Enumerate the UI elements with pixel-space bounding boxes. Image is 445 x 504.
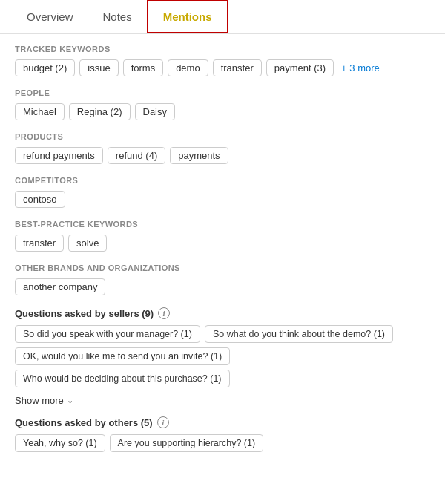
questions-sellers-label: Questions asked by sellers (9): [15, 308, 154, 319]
other-brands-section: OTHER BRANDS AND ORGANIZATIONS another c…: [15, 264, 430, 295]
tab-overview[interactable]: Overview: [12, 0, 88, 33]
tag-budget[interactable]: budget (2): [15, 59, 75, 76]
question-tag-deciding[interactable]: Who would be deciding about this purchas…: [15, 370, 230, 387]
tab-mentions[interactable]: Mentions: [147, 0, 228, 33]
tag-transfer[interactable]: transfer: [213, 59, 262, 76]
show-more-label: Show more: [15, 395, 64, 406]
competitors-section: COMPETITORS contoso: [15, 176, 430, 208]
questions-others-tags: Yeah, why so? (1) Are you supporting hie…: [15, 434, 430, 452]
question-tag-demo[interactable]: So what do you think about the demo? (1): [205, 325, 393, 343]
tag-demo[interactable]: demo: [168, 59, 208, 76]
tag-daisy[interactable]: Daisy: [135, 103, 176, 120]
people-tags: Michael Regina (2) Daisy: [15, 103, 430, 120]
tag-contoso[interactable]: contoso: [15, 191, 65, 208]
tag-more-link[interactable]: + 3 more: [338, 59, 383, 76]
tag-solve[interactable]: solve: [68, 235, 107, 252]
tag-payments[interactable]: payments: [170, 147, 228, 164]
people-title: PEOPLE: [15, 88, 430, 97]
tag-payment[interactable]: payment (3): [266, 59, 334, 76]
best-practice-title: BEST-PRACTICE KEYWORDS: [15, 220, 430, 229]
competitors-tags: contoso: [15, 191, 430, 208]
tag-refund-payments[interactable]: refund payments: [15, 147, 103, 164]
tag-issue[interactable]: issue: [79, 59, 118, 76]
questions-sellers-title: Questions asked by sellers (9) i: [15, 307, 430, 319]
mentions-content: TRACKED KEYWORDS budget (2) issue forms …: [0, 34, 445, 477]
questions-others-info-icon[interactable]: i: [157, 416, 169, 428]
tracked-keywords-tags: budget (2) issue forms demo transfer pay…: [15, 59, 430, 76]
tab-notes[interactable]: Notes: [88, 0, 147, 33]
products-section: PRODUCTS refund payments refund (4) paym…: [15, 132, 430, 164]
tag-another-company[interactable]: another company: [15, 278, 105, 295]
other-brands-title: OTHER BRANDS AND ORGANIZATIONS: [15, 264, 430, 272]
questions-others-title: Questions asked by others (5) i: [15, 416, 430, 428]
best-practice-section: BEST-PRACTICE KEYWORDS transfer solve: [15, 220, 430, 252]
competitors-title: COMPETITORS: [15, 176, 430, 185]
questions-sellers-info-icon[interactable]: i: [158, 307, 170, 319]
show-more-button[interactable]: Show more ⌄: [15, 395, 73, 406]
tag-regina[interactable]: Regina (2): [69, 103, 131, 120]
chevron-down-icon: ⌄: [67, 396, 73, 405]
questions-others-label: Questions asked by others (5): [15, 417, 153, 428]
products-tags: refund payments refund (4) payments: [15, 147, 430, 164]
questions-sellers-tags: So did you speak with your manager? (1) …: [15, 325, 430, 387]
question-tag-invite[interactable]: OK, would you like me to send you an inv…: [15, 347, 230, 365]
tag-refund[interactable]: refund (4): [108, 147, 165, 164]
question-tag-hierarchy[interactable]: Are you supporting hierarchy? (1): [110, 434, 264, 452]
tracked-keywords-title: TRACKED KEYWORDS: [15, 45, 430, 53]
other-brands-tags: another company: [15, 278, 430, 295]
questions-sellers-section: Questions asked by sellers (9) i So did …: [15, 307, 430, 406]
tag-forms[interactable]: forms: [123, 59, 164, 76]
tag-michael[interactable]: Michael: [15, 103, 65, 120]
best-practice-tags: transfer solve: [15, 235, 430, 252]
tab-bar: Overview Notes Mentions: [0, 0, 445, 34]
tag-transfer-bp[interactable]: transfer: [15, 235, 64, 252]
products-title: PRODUCTS: [15, 132, 430, 141]
question-tag-why-so[interactable]: Yeah, why so? (1): [15, 434, 105, 452]
questions-others-section: Questions asked by others (5) i Yeah, wh…: [15, 416, 430, 452]
people-section: PEOPLE Michael Regina (2) Daisy: [15, 88, 430, 120]
tracked-keywords-section: TRACKED KEYWORDS budget (2) issue forms …: [15, 45, 430, 76]
question-tag-manager[interactable]: So did you speak with your manager? (1): [15, 325, 200, 343]
